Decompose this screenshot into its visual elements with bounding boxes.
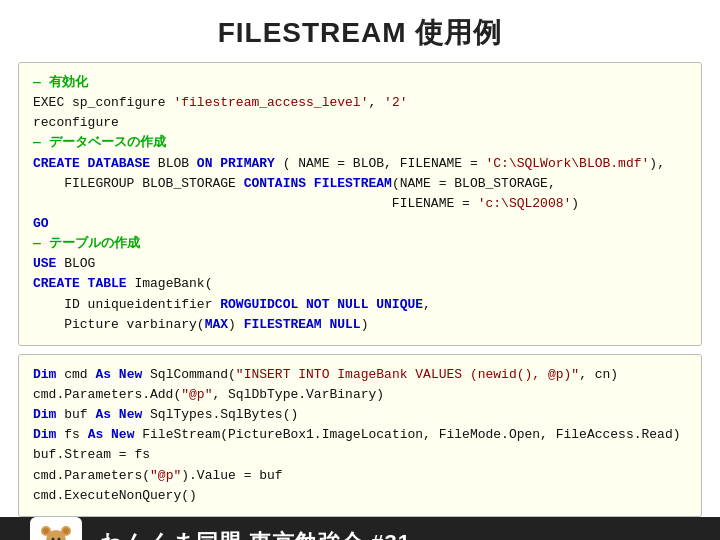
code-line: Dim cmd As New SqlCommand("INSERT INTO I… [33, 367, 618, 382]
code-line: GO [33, 216, 49, 231]
comment-2: — データベースの作成 [33, 135, 166, 150]
content-area: — 有効化 EXEC sp_configure 'filestream_acce… [0, 62, 720, 517]
code-line: CREATE TABLE ImageBank( [33, 276, 212, 291]
comment-3: — テーブルの作成 [33, 236, 140, 251]
page-title: FILESTREAM 使用例 [218, 17, 503, 48]
svg-point-5 [43, 528, 49, 534]
footer-label: わんくま同盟 東京勉強会 #31 [100, 528, 411, 540]
code-line: Dim fs As New FileStream(PictureBox1.Ima… [33, 427, 681, 442]
code-line: cmd.ExecuteNonQuery() [33, 488, 197, 503]
logo: 同盟 [30, 517, 82, 540]
code-line: cmd.Parameters.Add("@p", SqlDbType.VarBi… [33, 387, 384, 402]
code-line: FILEGROUP BLOB_STORAGE CONTAINS FILESTRE… [33, 176, 556, 191]
comment-1: — 有効化 [33, 75, 88, 90]
page: FILESTREAM 使用例 — 有効化 EXEC sp_configure '… [0, 0, 720, 540]
code-line: Dim buf As New SqlTypes.SqlBytes() [33, 407, 298, 422]
bear-logo-icon: 同盟 [33, 520, 79, 540]
code-line: FILENAME = 'c:\SQL2008') [33, 196, 579, 211]
code-line: buf.Stream = fs [33, 447, 150, 462]
code-line: EXEC sp_configure 'filestream_access_lev… [33, 95, 408, 110]
upper-code-block: — 有効化 EXEC sp_configure 'filestream_acce… [18, 62, 702, 346]
header: FILESTREAM 使用例 [0, 0, 720, 62]
code-line-use-blog: USE BLOG [33, 256, 95, 271]
code-line: cmd.Parameters("@p").Value = buf [33, 468, 283, 483]
code-line: ID uniqueidentifier ROWGUIDCOL NOT NULL … [33, 297, 431, 312]
code-line: CREATE DATABASE BLOB ON PRIMARY ( NAME =… [33, 156, 665, 171]
code-line: Picture varbinary(MAX) FILESTREAM NULL) [33, 317, 369, 332]
code-line: reconfigure [33, 115, 119, 130]
lower-code-block: Dim cmd As New SqlCommand("INSERT INTO I… [18, 354, 702, 517]
svg-point-6 [63, 528, 69, 534]
footer: 同盟 わんくま同盟 東京勉強会 #31 [0, 517, 720, 540]
